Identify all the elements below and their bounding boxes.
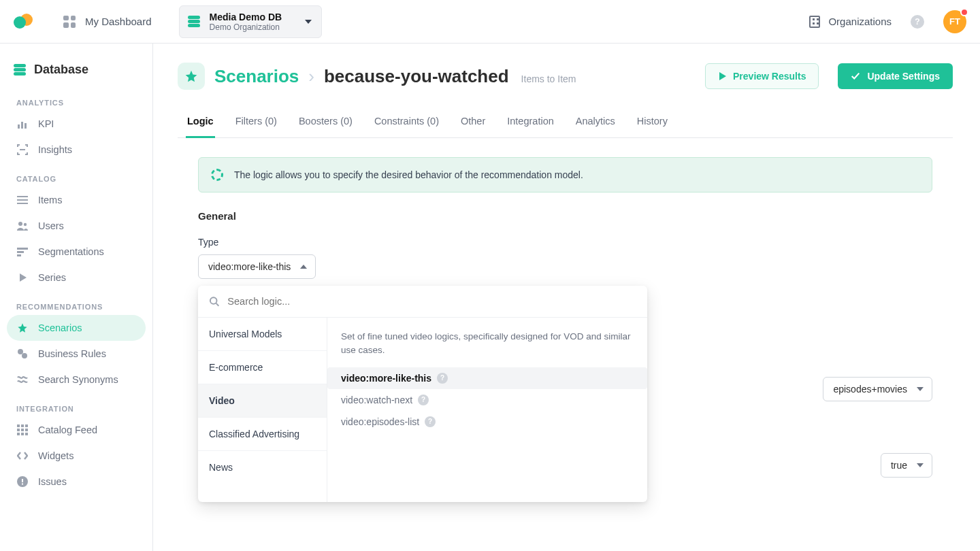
sidebar-item-scenarios[interactable]: Scenarios — [7, 315, 146, 341]
option-more-like-this[interactable]: video:more-like-this ? — [327, 367, 647, 389]
svg-rect-3 — [17, 196, 28, 197]
sidebar-item-items[interactable]: Items — [7, 187, 146, 213]
section-recommendations: RECOMMENDATIONS — [7, 290, 146, 315]
tab-other[interactable]: Other — [459, 106, 487, 137]
svg-rect-21 — [25, 433, 28, 435]
db-org: Demo Organization — [210, 22, 282, 32]
svg-point-7 — [24, 223, 27, 226]
sidebar-item-label: Widgets — [38, 450, 74, 461]
svg-rect-5 — [17, 203, 28, 204]
svg-rect-23 — [22, 479, 23, 482]
tab-filters[interactable]: Filters (0) — [234, 106, 278, 137]
tab-constraints[interactable]: Constraints (0) — [373, 106, 440, 137]
category-universal[interactable]: Universal Models — [198, 318, 327, 351]
svg-point-12 — [22, 353, 27, 358]
option-episodes-list[interactable]: video:episodes-list ? — [341, 411, 634, 433]
setting-select-2[interactable]: true — [881, 453, 932, 478]
option-watch-next[interactable]: video:watch-next ? — [341, 389, 634, 411]
setting-value: true — [891, 460, 907, 471]
sidebar-item-label: Users — [38, 220, 64, 231]
gears-icon — [16, 348, 29, 360]
svg-rect-0 — [18, 124, 20, 129]
database-icon — [14, 64, 26, 76]
dashboard-link[interactable]: My Dashboard — [63, 16, 152, 28]
breadcrumb-meta: Items to Item — [521, 73, 576, 84]
option-label: video:episodes-list — [341, 416, 419, 427]
type-select[interactable]: video:more-like-this — [198, 254, 316, 279]
logic-search[interactable] — [198, 286, 647, 317]
sidebar-item-catalog-feed[interactable]: Catalog Feed — [7, 417, 146, 443]
check-icon — [851, 71, 860, 81]
sidebar-item-insights[interactable]: Insights — [7, 137, 146, 163]
sidebar-item-label: Issues — [38, 476, 67, 487]
search-icon — [209, 296, 219, 307]
help-icon[interactable]: ? — [425, 416, 436, 427]
tab-boosters[interactable]: Boosters (0) — [297, 106, 354, 137]
option-label: video:watch-next — [341, 395, 412, 405]
category-description: Set of fine tuned video logics, specific… — [341, 330, 634, 358]
svg-rect-14 — [21, 424, 24, 427]
approx-icon — [16, 373, 29, 386]
preview-button[interactable]: Preview Results — [705, 63, 819, 89]
breadcrumb-root[interactable]: Scenarios — [214, 66, 299, 87]
svg-rect-15 — [25, 424, 28, 427]
avatar[interactable]: FT — [943, 10, 966, 33]
info-banner: The logic allows you to specify the desi… — [198, 157, 932, 193]
sidebar-item-kpi[interactable]: KPI — [7, 111, 146, 137]
category-ecommerce[interactable]: E-commerce — [198, 351, 327, 384]
setting-select-1[interactable]: episodes+movies — [823, 377, 932, 401]
chevron-right-icon: › — [308, 66, 314, 87]
logic-dropdown: Universal Models E-commerce Video Classi… — [198, 286, 647, 502]
svg-rect-1 — [21, 122, 23, 129]
avatar-initials: FT — [949, 16, 960, 27]
sidebar-item-label: Items — [38, 195, 62, 205]
sidebar-item-search-synonyms[interactable]: Search Synonyms — [7, 367, 146, 393]
caret-down-icon — [917, 387, 924, 391]
category-detail: Set of fine tuned video logics, specific… — [327, 318, 647, 502]
tab-integration[interactable]: Integration — [506, 106, 555, 137]
info-text: The logic allows you to specify the desi… — [234, 169, 583, 180]
logic-search-input[interactable] — [226, 295, 636, 307]
play-icon — [718, 72, 726, 80]
svg-rect-10 — [17, 254, 21, 256]
sidebar-item-business-rules[interactable]: Business Rules — [7, 341, 146, 367]
organizations-label: Organizations — [828, 16, 892, 27]
help-icon[interactable]: ? — [437, 373, 448, 384]
organizations-link[interactable]: Organizations — [809, 16, 892, 28]
svg-rect-4 — [17, 199, 28, 201]
breadcrumb: Scenarios › because-you-watched Items to… — [214, 66, 576, 87]
sidebar-item-users[interactable]: Users — [7, 213, 146, 239]
update-label: Update Settings — [867, 71, 940, 82]
update-button[interactable]: Update Settings — [838, 63, 953, 89]
star-icon — [16, 322, 29, 334]
sidebar-item-label: Catalog Feed — [38, 424, 97, 435]
db-selector[interactable]: Media Demo DB Demo Organization — [179, 5, 323, 38]
sidebar-item-label: Business Rules — [38, 348, 106, 359]
category-news[interactable]: News — [198, 451, 327, 484]
sidebar-item-widgets[interactable]: Widgets — [7, 443, 146, 469]
svg-rect-8 — [17, 248, 28, 250]
grid3-icon — [16, 424, 29, 436]
svg-point-11 — [18, 349, 23, 354]
sidebar-item-label: Series — [38, 272, 66, 283]
svg-rect-16 — [17, 429, 20, 431]
svg-rect-19 — [17, 433, 20, 435]
building-icon — [809, 16, 820, 28]
tab-history[interactable]: History — [636, 106, 669, 137]
tab-analytics[interactable]: Analytics — [574, 106, 617, 137]
sidebar-item-issues[interactable]: Issues — [7, 469, 146, 495]
caret-up-icon — [300, 265, 307, 269]
sidebar-item-segmentations[interactable]: Segmentations — [7, 239, 146, 265]
tab-logic[interactable]: Logic — [186, 106, 215, 138]
svg-point-25 — [210, 297, 217, 304]
caret-down-icon — [305, 20, 312, 24]
help-icon[interactable]: ? — [418, 395, 429, 405]
help-icon[interactable]: ? — [911, 15, 924, 29]
breadcrumb-current: because-you-watched — [324, 66, 509, 87]
database-icon — [188, 16, 200, 27]
tabs: Logic Filters (0) Boosters (0) Constrain… — [178, 106, 953, 138]
sidebar-item-series[interactable]: Series — [7, 265, 146, 290]
category-video[interactable]: Video — [198, 384, 327, 418]
category-classified[interactable]: Classified Advertising — [198, 418, 327, 451]
warning-icon — [16, 475, 29, 488]
